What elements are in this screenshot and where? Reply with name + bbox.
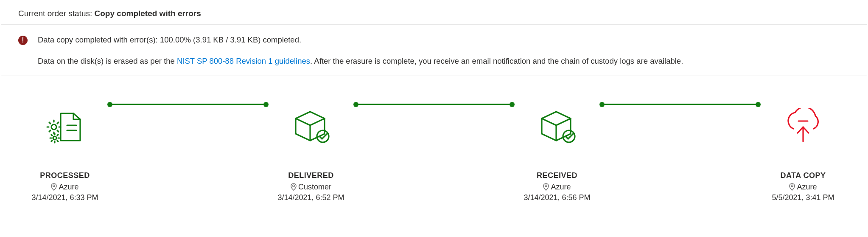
step-label: RECEIVED <box>537 171 577 180</box>
step-timestamp: 3/14/2021, 6:33 PM <box>31 193 98 202</box>
timeline-step-delivered: DELIVERED Customer 3/14/2021, 6:52 PM <box>269 108 353 202</box>
location-pin-icon <box>543 183 549 191</box>
status-message-text: Data copy completed with error(s): 100.0… <box>38 34 683 67</box>
location-pin-icon <box>789 183 795 191</box>
received-icon <box>536 108 578 146</box>
location-pin-icon <box>51 183 57 191</box>
nist-guidelines-link[interactable]: NIST SP 800-88 Revision 1 guidelines <box>177 56 310 65</box>
step-timestamp: 5/5/2021, 3:41 PM <box>772 193 834 202</box>
svg-point-1 <box>53 136 56 140</box>
timeline-step-data-copy: DATA COPY Azure 5/5/2021, 3:41 PM <box>761 108 846 202</box>
order-status-header: Current order status: Copy completed wit… <box>1 1 867 25</box>
step-location: Customer <box>291 183 331 192</box>
step-label: DATA COPY <box>780 171 826 180</box>
svg-point-6 <box>545 185 547 186</box>
timeline-connector <box>353 86 515 123</box>
processed-icon <box>45 108 85 146</box>
timeline-step-received: RECEIVED Azure 3/14/2021, 6:56 PM <box>515 108 599 202</box>
status-message-block: ! Data copy completed with error(s): 100… <box>1 25 867 76</box>
status-line-2: Data on the disk(s) is erased as per the… <box>38 55 683 67</box>
svg-point-2 <box>53 185 55 186</box>
step-timestamp: 3/14/2021, 6:52 PM <box>277 193 344 202</box>
data-copy-error-icon <box>780 108 826 146</box>
svg-point-4 <box>293 185 294 186</box>
step-label: PROCESSED <box>40 171 90 180</box>
status-line-1: Data copy completed with error(s): 100.0… <box>38 34 683 46</box>
delivered-icon <box>290 108 332 146</box>
timeline-step-processed: PROCESSED Azure 3/14/2021, 6:33 PM <box>22 108 107 202</box>
step-location: Azure <box>543 183 571 192</box>
location-pin-icon <box>291 183 297 191</box>
step-location: Azure <box>51 183 78 192</box>
order-status-value: Copy completed with errors <box>95 9 201 18</box>
svg-point-8 <box>791 185 793 186</box>
order-timeline: PROCESSED Azure 3/14/2021, 6:33 PM <box>1 76 867 222</box>
error-icon: ! <box>18 36 28 45</box>
timeline-connector <box>599 86 761 123</box>
svg-point-0 <box>51 124 56 130</box>
timeline-connector <box>107 86 269 123</box>
order-status-prefix: Current order status: <box>18 9 95 18</box>
step-label: DELIVERED <box>288 171 334 180</box>
step-location: Azure <box>789 183 817 192</box>
order-status-panel: Current order status: Copy completed wit… <box>1 1 867 236</box>
step-timestamp: 3/14/2021, 6:56 PM <box>524 193 590 202</box>
